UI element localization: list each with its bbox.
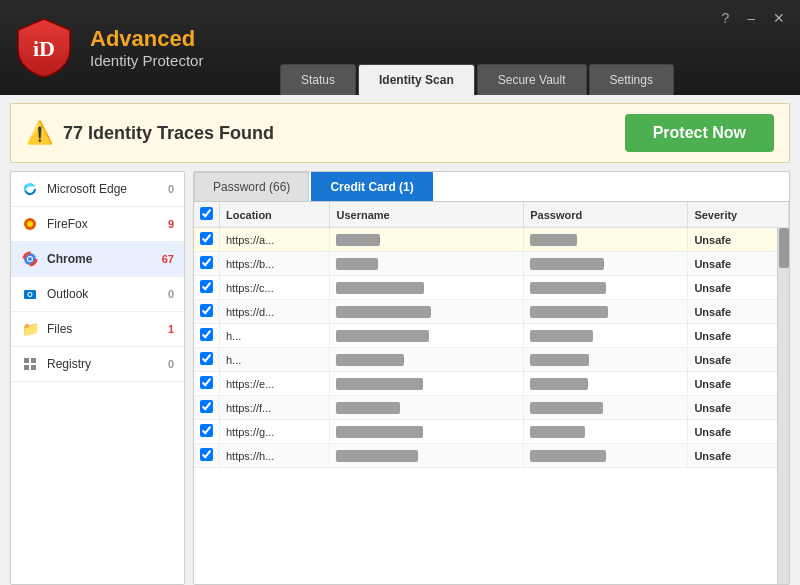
table-row: https://c...Unsafe: [194, 276, 789, 300]
row-checkbox[interactable]: [200, 232, 213, 245]
table-header-row: Location Username Password Severity: [194, 202, 789, 228]
row-severity: Unsafe: [688, 348, 789, 372]
app-title-subtitle: Identity Protector: [90, 52, 203, 69]
subtab-credit-card[interactable]: Credit Card (1): [311, 172, 432, 201]
svg-rect-12: [31, 365, 36, 370]
table-row: h...Unsafe: [194, 324, 789, 348]
row-checkbox[interactable]: [200, 280, 213, 293]
sidebar-item-registry[interactable]: Registry 0: [11, 347, 184, 382]
row-location: https://g...: [220, 420, 330, 444]
table-row: https://h...Unsafe: [194, 444, 789, 468]
table-scroll[interactable]: Location Username Password Severity http…: [194, 202, 789, 482]
firefox-icon: [21, 215, 39, 233]
row-severity: Unsafe: [688, 444, 789, 468]
row-severity: Unsafe: [688, 228, 789, 252]
app-title: Advanced Identity Protector: [90, 26, 203, 69]
row-checkbox[interactable]: [200, 328, 213, 341]
sidebar-item-chrome[interactable]: Chrome 67: [11, 242, 184, 277]
select-all-checkbox[interactable]: [200, 207, 213, 220]
registry-label: Registry: [47, 357, 156, 371]
row-password: [524, 276, 688, 300]
files-label: Files: [47, 322, 156, 336]
row-password: [524, 324, 688, 348]
row-location: https://c...: [220, 276, 330, 300]
tab-settings[interactable]: Settings: [589, 64, 674, 95]
table-row: https://f...Unsafe: [194, 396, 789, 420]
table-row: https://e...Unsafe: [194, 372, 789, 396]
close-button[interactable]: ✕: [768, 8, 790, 28]
row-location: h...: [220, 348, 330, 372]
edge-label: Microsoft Edge: [47, 182, 156, 196]
svg-text:iD: iD: [33, 36, 55, 61]
outlook-icon: O: [21, 285, 39, 303]
registry-icon: [21, 355, 39, 373]
row-password: [524, 300, 688, 324]
edge-count: 0: [156, 183, 174, 195]
row-severity: Unsafe: [688, 420, 789, 444]
result-panel: Password (66) Credit Card (1) Location: [193, 171, 790, 585]
firefox-label: FireFox: [47, 217, 156, 231]
warning-left: ⚠️ 77 Identity Traces Found: [26, 120, 274, 146]
row-password: [524, 444, 688, 468]
sidebar-item-files[interactable]: 📁 Files 1: [11, 312, 184, 347]
row-username: [330, 372, 524, 396]
row-checkbox[interactable]: [200, 424, 213, 437]
svg-point-6: [28, 257, 32, 261]
registry-count: 0: [156, 358, 174, 370]
row-checkbox[interactable]: [200, 448, 213, 461]
chrome-label: Chrome: [47, 252, 156, 266]
outlook-label: Outlook: [47, 287, 156, 301]
row-checkbox[interactable]: [200, 352, 213, 365]
row-location: https://f...: [220, 396, 330, 420]
main-tabs: Status Identity Scan Secure Vault Settin…: [280, 64, 800, 95]
sidebar-item-edge[interactable]: Microsoft Edge 0: [11, 172, 184, 207]
window-controls: ? – ✕: [716, 8, 790, 28]
row-password: [524, 396, 688, 420]
firefox-count: 9: [156, 218, 174, 230]
row-password: [524, 420, 688, 444]
app-logo: iD: [10, 14, 78, 82]
row-location: https://a...: [220, 228, 330, 252]
tab-secure-vault[interactable]: Secure Vault: [477, 64, 587, 95]
row-username: [330, 276, 524, 300]
header-username: Username: [330, 202, 524, 228]
tab-status[interactable]: Status: [280, 64, 356, 95]
warning-banner: ⚠️ 77 Identity Traces Found Protect Now: [10, 103, 790, 163]
subtab-password[interactable]: Password (66): [194, 172, 309, 201]
header-severity: Severity: [688, 202, 789, 228]
row-severity: Unsafe: [688, 372, 789, 396]
tab-identity-scan[interactable]: Identity Scan: [358, 64, 475, 95]
sidebar-item-outlook[interactable]: O Outlook 0: [11, 277, 184, 312]
row-checkbox[interactable]: [200, 256, 213, 269]
subtabs: Password (66) Credit Card (1): [194, 172, 789, 202]
row-username: [330, 300, 524, 324]
protect-now-button-top[interactable]: Protect Now: [625, 114, 774, 152]
row-location: h...: [220, 324, 330, 348]
sidebar-item-firefox[interactable]: FireFox 9: [11, 207, 184, 242]
row-password: [524, 228, 688, 252]
main-content: ⚠️ 77 Identity Traces Found Protect Now …: [0, 95, 800, 585]
row-checkbox[interactable]: [200, 400, 213, 413]
svg-rect-10: [31, 358, 36, 363]
row-password: [524, 348, 688, 372]
scrollbar[interactable]: [777, 227, 789, 584]
table-body: https://a...Unsafehttps://b...Unsafehttp…: [194, 228, 789, 468]
edge-icon: [21, 180, 39, 198]
header-location: Location: [220, 202, 330, 228]
table-area: Location Username Password Severity http…: [194, 202, 789, 584]
svg-rect-9: [24, 358, 29, 363]
table-row: https://b...Unsafe: [194, 252, 789, 276]
row-severity: Unsafe: [688, 324, 789, 348]
minimize-button[interactable]: –: [742, 8, 760, 28]
row-checkbox[interactable]: [200, 304, 213, 317]
row-severity: Unsafe: [688, 300, 789, 324]
row-severity: Unsafe: [688, 396, 789, 420]
row-password: [524, 252, 688, 276]
row-username: [330, 348, 524, 372]
files-count: 1: [156, 323, 174, 335]
row-location: https://d...: [220, 300, 330, 324]
chrome-count: 67: [156, 253, 174, 265]
help-button[interactable]: ?: [716, 8, 734, 28]
row-checkbox[interactable]: [200, 376, 213, 389]
outlook-count: 0: [156, 288, 174, 300]
